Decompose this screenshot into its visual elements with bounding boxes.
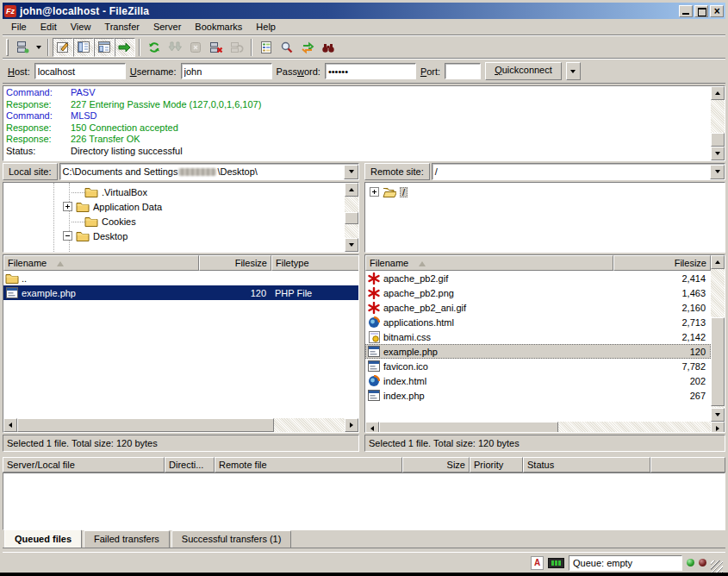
tree-item-virtualbox[interactable]: .VirtualBox: [3, 185, 345, 199]
compare-directories-button[interactable]: [277, 38, 297, 57]
local-tree-scrollbar[interactable]: [345, 183, 358, 252]
table-row-selected[interactable]: example.php 120: [365, 344, 711, 359]
menu-edit[interactable]: Edit: [34, 20, 64, 34]
cancel-operation-button[interactable]: [185, 38, 206, 57]
maximize-button[interactable]: [694, 5, 708, 17]
table-row[interactable]: bitnami.css 2,142: [365, 329, 711, 344]
local-site-combobox[interactable]: C:\Documents and Settings\Desktop\: [59, 163, 359, 180]
host-input[interactable]: [34, 63, 126, 79]
local-site-dropdown-button[interactable]: [344, 165, 358, 179]
table-row-updir[interactable]: ..: [3, 271, 358, 285]
local-column-filetype[interactable]: Filetype: [271, 255, 358, 271]
scroll-thumb[interactable]: [711, 317, 725, 406]
toolbar-grip[interactable]: [6, 39, 9, 56]
table-row[interactable]: apache_pb2_ani.gif 2,160: [365, 300, 711, 315]
scroll-right-button[interactable]: [345, 418, 358, 432]
scroll-up-button[interactable]: [345, 183, 358, 197]
scroll-thumb[interactable]: [17, 418, 274, 432]
menu-help[interactable]: Help: [249, 20, 283, 34]
quickconnect-dropdown-button[interactable]: [566, 62, 581, 80]
expand-icon[interactable]: [63, 202, 72, 211]
tab-successful-transfers[interactable]: Successful transfers (1): [171, 530, 292, 548]
menu-server[interactable]: Server: [146, 20, 188, 34]
scroll-thumb[interactable]: [345, 212, 358, 224]
scroll-right-button[interactable]: [711, 422, 725, 433]
site-manager-dropdown-button[interactable]: [33, 38, 44, 57]
remote-site-dropdown-button[interactable]: [710, 165, 725, 179]
reconnect-button[interactable]: [227, 38, 247, 57]
tree-item-desktop[interactable]: Desktop: [3, 229, 345, 243]
disconnect-button[interactable]: [206, 38, 227, 57]
expand-icon[interactable]: [370, 187, 379, 197]
table-row[interactable]: apache_pb2.png 1,463: [365, 285, 711, 300]
table-row-example-php[interactable]: example.php 120 PHP File 1: [3, 285, 358, 300]
port-input[interactable]: [445, 63, 481, 79]
remote-site-combobox[interactable]: /: [432, 163, 725, 180]
remote-vertical-scrollbar[interactable]: [711, 255, 725, 422]
window-resize-grip[interactable]: [711, 560, 723, 573]
scroll-down-button[interactable]: [345, 238, 358, 252]
remote-column-filesize[interactable]: Filesize: [613, 255, 711, 271]
remote-horizontal-scrollbar[interactable]: [365, 422, 725, 433]
minimize-button[interactable]: [679, 5, 693, 17]
table-row[interactable]: favicon.ico 7,782: [365, 359, 711, 373]
scroll-thumb[interactable]: [379, 422, 558, 433]
password-input[interactable]: [325, 63, 416, 79]
find-files-button[interactable]: [318, 38, 339, 57]
queue-column-server-local-file[interactable]: Server/Local file: [3, 457, 165, 473]
remote-column-filename[interactable]: Filename: [365, 255, 613, 271]
table-row[interactable]: index.html 202: [365, 373, 711, 388]
site-manager-button[interactable]: [12, 38, 33, 57]
menu-bookmarks[interactable]: Bookmarks: [188, 20, 249, 34]
queue-column-priority[interactable]: Priority: [470, 457, 523, 473]
scroll-track[interactable]: [711, 100, 725, 147]
local-horizontal-scrollbar[interactable]: [3, 418, 358, 432]
menu-file[interactable]: File: [4, 20, 34, 34]
tab-failed-transfers[interactable]: Failed transfers: [84, 530, 170, 548]
tree-item-cookies[interactable]: Cookies: [3, 214, 345, 229]
queue-column-remote-file[interactable]: Remote file: [215, 457, 402, 473]
directory-filters-button[interactable]: [256, 38, 277, 57]
file-lists: Filename Filesize Filetype L .. example.…: [3, 254, 725, 452]
toggle-message-log-button[interactable]: [53, 38, 73, 57]
close-icon: [713, 6, 719, 16]
table-row[interactable]: index.php 267: [365, 388, 711, 403]
table-row[interactable]: applications.html 2,713: [365, 315, 711, 329]
queue-column-status[interactable]: Status: [523, 457, 650, 473]
quickconnect-button[interactable]: Quickconnect: [485, 62, 562, 80]
tab-queued-files[interactable]: Queued files: [4, 529, 82, 548]
tree-item-root[interactable]: /: [365, 185, 725, 199]
scroll-left-button[interactable]: [365, 422, 379, 433]
toggle-queue-button[interactable]: [115, 38, 135, 57]
scroll-thumb[interactable]: [711, 133, 725, 147]
close-button[interactable]: [710, 5, 724, 17]
scroll-down-button[interactable]: [711, 147, 725, 160]
scroll-track[interactable]: [17, 418, 345, 432]
local-column-filesize[interactable]: Filesize: [199, 255, 271, 271]
scroll-track[interactable]: [711, 269, 725, 408]
scroll-up-button[interactable]: [711, 255, 725, 269]
queue-column-size[interactable]: Size: [402, 457, 470, 473]
toggle-remote-tree-button[interactable]: [94, 38, 115, 57]
collapse-icon[interactable]: [63, 231, 72, 241]
table-row[interactable]: apache_pb2.gif 2,414: [365, 271, 711, 285]
toggle-local-tree-button[interactable]: [73, 38, 94, 57]
queue-column-direction[interactable]: Directi...: [165, 457, 215, 473]
open-folder-icon: [383, 186, 396, 197]
remote-root-label: /: [400, 187, 408, 197]
refresh-button[interactable]: [144, 38, 165, 57]
menu-view[interactable]: View: [64, 20, 98, 34]
menu-transfer[interactable]: Transfer: [97, 20, 146, 34]
process-queue-button[interactable]: [165, 38, 185, 57]
queue-column-filler: [650, 457, 725, 473]
tree-item-application-data[interactable]: Application Data: [3, 199, 345, 214]
scroll-left-button[interactable]: [3, 418, 17, 432]
local-column-filename[interactable]: Filename: [3, 255, 199, 271]
log-scrollbar[interactable]: [711, 86, 725, 160]
username-input[interactable]: [181, 63, 272, 79]
synchronized-browsing-button[interactable]: [297, 38, 318, 57]
scroll-track[interactable]: [345, 197, 358, 238]
scroll-up-button[interactable]: [711, 86, 725, 100]
scroll-track[interactable]: [379, 422, 711, 433]
scroll-down-button[interactable]: [711, 408, 725, 422]
